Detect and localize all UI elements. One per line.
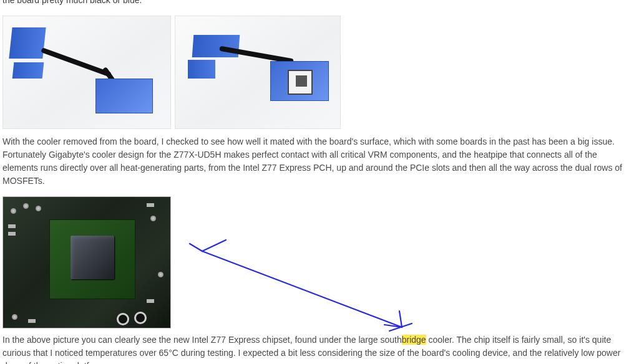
para2-text-a: In the above picture you can clearly see…	[2, 335, 402, 345]
article-image-cooler-underside	[175, 16, 341, 129]
article-image-cooler-top	[2, 16, 171, 129]
image-row-coolers	[2, 16, 633, 129]
article-paragraph-cooler-fit: With the cooler removed from the board, …	[2, 135, 633, 188]
article-paragraph-chipset: In the above picture you can clearly see…	[2, 333, 633, 364]
truncated-previous-line: the board pretty much black or blue.	[2, 0, 633, 7]
article-image-pcb-chipset	[2, 196, 171, 328]
search-highlight: bridge	[402, 335, 426, 345]
